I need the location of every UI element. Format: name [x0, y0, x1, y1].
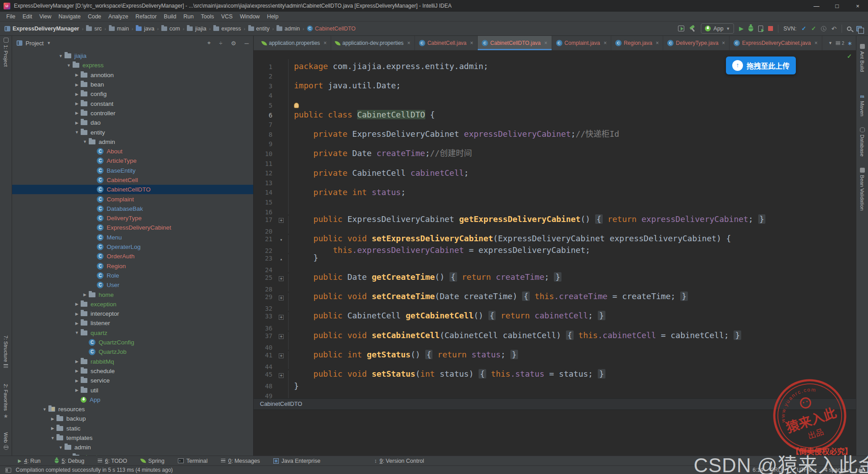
project-panel-title[interactable]: Project: [26, 40, 43, 47]
tree-item-bean[interactable]: ▶bean: [12, 80, 253, 89]
run-button[interactable]: ▶: [739, 26, 743, 31]
close-tab-icon[interactable]: ×: [324, 40, 327, 46]
tool-window-button-todo[interactable]: 6: TODO: [98, 458, 127, 464]
tree-collapse-arrow[interactable]: ▶: [73, 73, 81, 77]
minimize-button[interactable]: —: [806, 0, 827, 12]
tool-window-button-database[interactable]: Database: [856, 127, 868, 157]
code-line[interactable]: 5: [254, 98, 856, 108]
upload-overlay-button[interactable]: 拖拽至此上传: [726, 57, 796, 74]
tree-item-rabbitmq[interactable]: ▶rabbitMq: [12, 357, 253, 366]
tree-collapse-arrow[interactable]: ▶: [73, 388, 81, 392]
code-line[interactable]: 25+ public Date getCreateTime() { return…: [254, 272, 856, 282]
toggle-tool-windows-icon[interactable]: [5, 468, 11, 473]
fold-expand-icon[interactable]: +: [279, 315, 284, 320]
tree-item-articletype[interactable]: CArticleType: [12, 156, 253, 165]
code-editor[interactable]: 1package com.jiajia.express.entity.admin…: [254, 50, 856, 398]
tree-item-admin[interactable]: ▼admin: [12, 443, 253, 452]
editor-tab-complaint-java[interactable]: CComplaint.java×: [552, 36, 611, 50]
tree-expand-arrow[interactable]: ▼: [81, 139, 89, 144]
tree-item-controller[interactable]: ▶controller: [12, 109, 253, 118]
breadcrumb-item[interactable]: express: [213, 26, 241, 32]
fold-expand-icon[interactable]: +: [279, 353, 284, 358]
close-tab-icon[interactable]: ×: [470, 40, 473, 46]
menu-navigate[interactable]: Navigate: [55, 12, 84, 21]
tree-item-express[interactable]: ▼express: [12, 61, 253, 70]
run-configuration-select[interactable]: App ▼: [701, 23, 734, 34]
tool-window-button-terminal[interactable]: ›Terminal: [178, 458, 207, 464]
tree-item-schedule[interactable]: ▶schedule: [12, 366, 253, 376]
editor-empty-space[interactable]: [254, 410, 856, 456]
editor-tab-region-java[interactable]: CRegion.java×: [611, 36, 663, 50]
tool-window-button-version-control[interactable]: ↕9: Version Control: [374, 458, 424, 464]
menu-help[interactable]: Help: [263, 12, 282, 21]
tree-item-baseentity[interactable]: CBaseEntity: [12, 166, 253, 175]
tree-collapse-arrow[interactable]: ▶: [73, 121, 81, 125]
breadcrumb-item[interactable]: com: [161, 26, 180, 32]
code-line[interactable]: 10 private Date createTime;//创建时间: [254, 146, 856, 156]
close-button[interactable]: ×: [847, 0, 868, 12]
tree-item-config[interactable]: ▶config: [12, 89, 253, 99]
tree-item-quartzconfig[interactable]: CQuartzConfig: [12, 338, 253, 347]
code-line[interactable]: 29+ public void setCreateTime(Date creat…: [254, 291, 856, 301]
close-tab-icon[interactable]: ×: [722, 40, 725, 46]
tree-item-dao[interactable]: ▶dao: [12, 118, 253, 127]
tree-item-backup[interactable]: ▶backup: [12, 414, 253, 423]
tree-item-interceptor[interactable]: ▶interceptor: [12, 309, 253, 318]
code-line[interactable]: 20: [254, 224, 856, 234]
tree-item-about[interactable]: ▶about: [12, 452, 253, 456]
hidden-tabs-widget[interactable]: ▼2∗: [825, 36, 854, 50]
rollback-icon[interactable]: ↶: [831, 26, 837, 31]
code-line[interactable]: 6public class CabinetCellDTO {: [254, 108, 856, 117]
run-tool-window-icon[interactable]: [678, 26, 684, 31]
editor-tab-application-dev-properties[interactable]: application-dev.properties×: [331, 36, 415, 50]
code-line[interactable]: 49: [254, 388, 856, 398]
menu-analyze[interactable]: Analyze: [105, 12, 132, 21]
vcs-commit-icon[interactable]: ✓: [811, 25, 816, 32]
breadcrumb-item[interactable]: entity: [248, 26, 270, 32]
close-tab-icon[interactable]: ×: [407, 40, 410, 46]
tree-item-cabinetcelldto[interactable]: CCabinetCellDTO: [12, 185, 253, 194]
close-tab-icon[interactable]: ×: [656, 40, 659, 46]
code-line[interactable]: 48}: [254, 379, 856, 389]
tool-window-button----favorites[interactable]: 2: Favorites★: [0, 384, 12, 419]
breadcrumb-item[interactable]: ExpressDeliveryManager: [4, 26, 79, 32]
tool-window-button-bean-validation[interactable]: Bean Validation: [856, 168, 868, 211]
menu-file[interactable]: File: [3, 12, 19, 21]
history-icon[interactable]: [821, 26, 826, 31]
tree-collapse-arrow[interactable]: ▶: [73, 83, 81, 87]
tree-item-app[interactable]: App: [12, 395, 253, 404]
tool-window-button-web[interactable]: Web: [0, 432, 12, 450]
tool-window-button-run[interactable]: ▶4: Run: [18, 458, 41, 464]
tree-item-user[interactable]: CUser: [12, 280, 253, 290]
vcs-update-icon[interactable]: ✓: [801, 25, 806, 32]
tree-item-exception[interactable]: ▶exception: [12, 300, 253, 309]
chevron-down-icon[interactable]: ▼: [47, 41, 51, 45]
tree-expand-arrow[interactable]: ▼: [41, 407, 48, 412]
tool-window-button----project[interactable]: 1: Project: [0, 38, 12, 67]
tree-collapse-arrow[interactable]: ▶: [73, 302, 81, 306]
editor-tab-deliverytype-java[interactable]: CDeliveryType.java×: [663, 36, 730, 50]
code-line[interactable]: 8 private ExpressDeliveryCabinet express…: [254, 127, 856, 137]
tree-item-deliverytype[interactable]: CDeliveryType: [12, 213, 253, 223]
menu-tools[interactable]: Tools: [197, 12, 217, 21]
tree-collapse-arrow[interactable]: ▶: [73, 369, 81, 373]
code-line[interactable]: 16: [254, 204, 856, 214]
tool-window-button-messages[interactable]: 0: Messages: [221, 458, 260, 464]
code-line[interactable]: 41+ public int getStatus() { return stat…: [254, 350, 856, 360]
tool-window-button-spring[interactable]: Spring: [141, 458, 164, 464]
tree-item-expressdeliverycabinet[interactable]: CExpressDeliveryCabinet: [12, 223, 253, 232]
tree-item-entity[interactable]: ▼entity: [12, 127, 253, 137]
tree-expand-arrow[interactable]: ▼: [73, 330, 81, 335]
tree-expand-arrow[interactable]: ▼: [49, 436, 56, 440]
tree-collapse-arrow[interactable]: ▶: [81, 292, 89, 297]
breadcrumb-item[interactable]: CCabinetCellDTO: [307, 26, 356, 32]
collapse-all-icon[interactable]: ÷: [219, 40, 222, 47]
tree-collapse-arrow[interactable]: ▶: [73, 111, 81, 115]
code-line[interactable]: 3import java.util.Date;: [254, 78, 856, 88]
tree-collapse-arrow[interactable]: ▶: [73, 312, 81, 316]
editor-tab-expressdeliverycabinet-java[interactable]: CExpressDeliveryCabinet.java×: [730, 36, 822, 50]
code-line[interactable]: 44: [254, 359, 856, 369]
tree-item-region[interactable]: CRegion: [12, 261, 253, 271]
code-line[interactable]: 32: [254, 301, 856, 311]
tree-collapse-arrow[interactable]: ▶: [49, 426, 56, 431]
